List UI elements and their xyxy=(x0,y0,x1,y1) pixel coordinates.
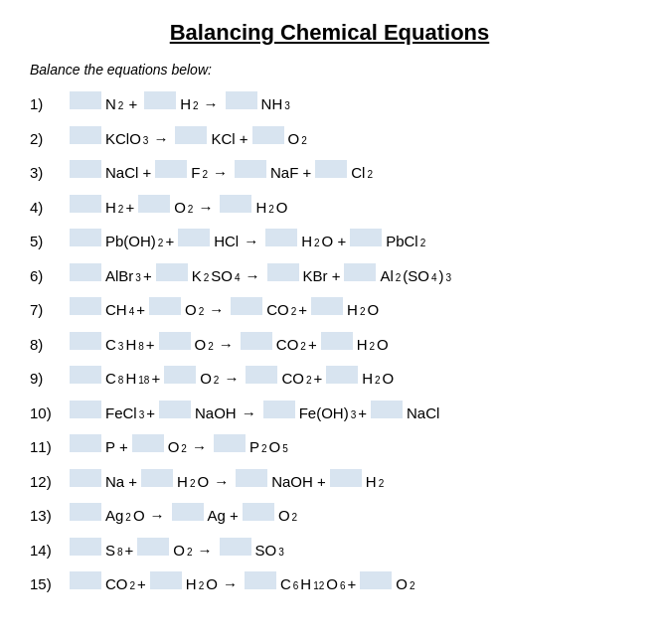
answer-blank[interactable] xyxy=(175,126,207,144)
answer-blank[interactable] xyxy=(344,263,376,281)
answer-blank[interactable] xyxy=(245,571,276,589)
chem-text: O xyxy=(377,334,389,357)
chem-text: KClO xyxy=(105,128,141,151)
answer-blank[interactable] xyxy=(265,229,297,246)
answer-blank[interactable] xyxy=(70,366,101,384)
chem-text: C xyxy=(105,334,116,357)
answer-blank[interactable] xyxy=(321,332,353,350)
chem-text: HCl xyxy=(214,231,239,253)
eq-number: 7) xyxy=(30,299,68,322)
answer-blank[interactable] xyxy=(243,503,274,521)
answer-blank[interactable] xyxy=(70,229,101,246)
answer-blank[interactable] xyxy=(70,297,101,315)
chem-text: O xyxy=(200,368,212,391)
eq-content: FeCl3 +NaOH → Fe(OH)3 +NaCl xyxy=(68,401,439,425)
chem-text: KCl + xyxy=(211,128,247,151)
answer-blank[interactable] xyxy=(138,195,170,213)
answer-blank[interactable] xyxy=(70,469,101,487)
answer-blank[interactable] xyxy=(70,332,101,350)
answer-blank[interactable] xyxy=(70,160,101,178)
answer-blank[interactable] xyxy=(70,538,101,556)
answer-blank[interactable] xyxy=(144,91,176,109)
chem-text: P xyxy=(249,436,259,459)
answer-blank[interactable] xyxy=(326,366,358,384)
chem-text: H xyxy=(300,573,311,596)
answer-blank[interactable] xyxy=(246,366,277,384)
answer-blank[interactable] xyxy=(70,571,101,589)
answer-blank[interactable] xyxy=(70,434,101,452)
answer-blank[interactable] xyxy=(226,91,257,109)
answer-blank[interactable] xyxy=(267,263,299,281)
eq-number: 4) xyxy=(30,197,68,220)
reaction-arrow: → xyxy=(213,162,228,185)
equation-row-13: 13)Ag2O → Ag +O2 xyxy=(30,503,629,528)
answer-blank[interactable] xyxy=(70,503,101,521)
chem-text: O xyxy=(268,436,280,459)
equation-row-9: 9)C8H18 +O2 → CO2 +H2O xyxy=(30,366,629,391)
answer-blank[interactable] xyxy=(315,160,347,178)
reaction-arrow: → xyxy=(192,436,207,459)
answer-blank[interactable] xyxy=(150,571,182,589)
chem-text: K xyxy=(192,265,202,288)
plus-sign: + xyxy=(128,93,137,116)
chem-text: O xyxy=(206,573,218,596)
chem-text: SO xyxy=(255,540,277,563)
answer-blank[interactable] xyxy=(235,160,266,178)
chem-text: O xyxy=(174,197,186,220)
reaction-arrow: → xyxy=(209,299,224,322)
answer-blank[interactable] xyxy=(70,401,101,418)
answer-blank[interactable] xyxy=(141,469,173,487)
answer-blank[interactable] xyxy=(236,469,267,487)
chem-text: O xyxy=(367,299,379,322)
chem-text: O xyxy=(396,573,408,596)
answer-blank[interactable] xyxy=(252,126,284,144)
equation-row-8: 8)C3H8 +O2 → CO2 +H2O xyxy=(30,332,629,357)
answer-blank[interactable] xyxy=(220,195,251,213)
answer-blank[interactable] xyxy=(241,332,272,350)
chem-text: + xyxy=(151,368,160,391)
answer-blank[interactable] xyxy=(350,229,382,246)
answer-blank[interactable] xyxy=(311,297,343,315)
chem-text: S xyxy=(105,540,115,563)
answer-blank[interactable] xyxy=(263,401,295,418)
eq-number: 1) xyxy=(30,93,68,116)
answer-blank[interactable] xyxy=(70,91,101,109)
answer-blank[interactable] xyxy=(132,434,164,452)
answer-blank[interactable] xyxy=(70,195,101,213)
answer-blank[interactable] xyxy=(159,332,191,350)
answer-blank[interactable] xyxy=(159,401,191,418)
answer-blank[interactable] xyxy=(156,263,188,281)
answer-blank[interactable] xyxy=(360,571,392,589)
answer-blank[interactable] xyxy=(231,297,262,315)
chem-text: NaCl xyxy=(407,402,439,425)
chem-text: CH xyxy=(105,299,127,322)
answer-blank[interactable] xyxy=(70,263,101,281)
eq-number: 5) xyxy=(30,231,68,253)
chem-text: O xyxy=(195,334,207,357)
answer-blank[interactable] xyxy=(172,503,204,521)
equation-row-15: 15)CO2 +H2O → C6H12O6 +O2 xyxy=(30,571,629,596)
chem-text: O xyxy=(185,299,197,322)
answer-blank[interactable] xyxy=(214,434,246,452)
answer-blank[interactable] xyxy=(155,160,187,178)
reaction-arrow: → xyxy=(219,334,234,357)
eq-content: Ag2O → Ag +O2 xyxy=(68,503,297,528)
equation-row-1: 1)N2 + H2 → NH3 xyxy=(30,91,629,116)
answer-blank[interactable] xyxy=(164,366,196,384)
eq-content: C8H18 +O2 → CO2 +H2O xyxy=(68,366,394,391)
eq-content: H2 +O2 → H2O xyxy=(68,195,287,220)
chem-text: (SO xyxy=(403,265,429,288)
answer-blank[interactable] xyxy=(137,538,169,556)
chem-text: O xyxy=(383,368,395,391)
answer-blank[interactable] xyxy=(371,401,403,418)
answer-blank[interactable] xyxy=(149,297,181,315)
answer-blank[interactable] xyxy=(178,229,210,246)
page-title: Balancing Chemical Equations xyxy=(30,20,629,46)
chem-text: + xyxy=(313,368,322,391)
answer-blank[interactable] xyxy=(70,126,101,144)
answer-blank[interactable] xyxy=(330,469,362,487)
eq-content: CO2 +H2O → C6H12O6 +O2 xyxy=(68,571,415,596)
equation-row-12: 12)Na +H2O → NaOH +H2 xyxy=(30,469,629,494)
chem-text: NaOH xyxy=(195,402,237,425)
answer-blank[interactable] xyxy=(220,538,251,556)
